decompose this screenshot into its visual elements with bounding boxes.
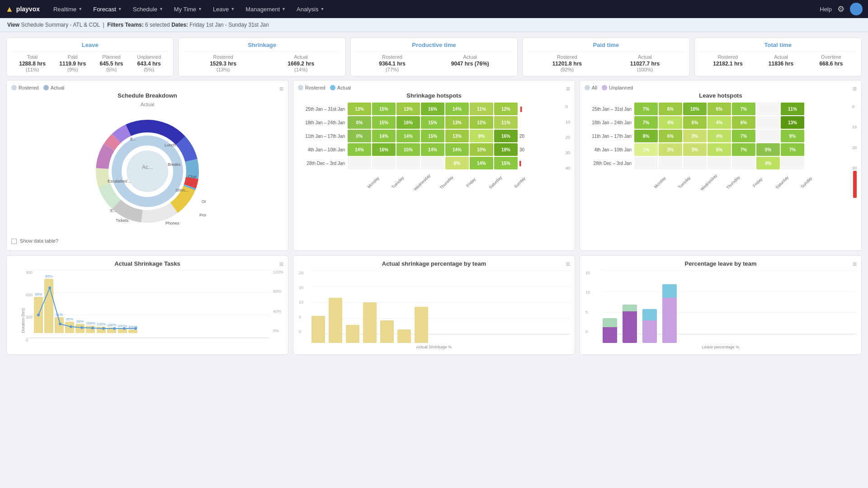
right-axis-pct: 120% 80% 40% 0% [273,270,283,333]
heatmap-row-2: 11th Jan – 17th Jan 0% 14% 14% 15% 13% 9… [298,130,563,142]
nav-mytime[interactable]: My Time ▼ [170,0,207,18]
nav-left: ▲ playvox Realtime ▼ Forecast ▼ Schedule… [5,0,329,18]
leave-planned: Planned 645.5 hrs (5%) [99,54,123,72]
leave-hotspots-card: All Unplanned ≡ Leave hotspots 25th Jan … [580,80,862,251]
svg-text:Breaks: Breaks [168,162,181,167]
leave-hotspots-menu[interactable]: ≡ [853,85,857,93]
leave-team-yaxis: 15 10 5 0 [585,271,590,334]
svg-text:On Queue: On Queue [202,199,206,204]
data-table-checkbox[interactable] [11,239,17,244]
heatmap-row-3: 4th Jan – 10th Jan 14% 16% 15% 14% 14% 1… [298,143,563,156]
shrinkage-hotspots-menu[interactable]: ≡ [566,85,570,93]
logo-text: playvox [16,5,40,13]
paidtime-rostered: Rostered 11201.8 hrs (92%) [552,54,582,72]
shrinkage-heatmap: 25th Jan – 31st Jan 13% 15% 13% 16% 14% … [298,103,570,189]
svg-point-12 [127,150,168,192]
leave-red-bar [853,171,857,198]
shrinkage-actual: Actual 1669.2 hrs (14%) [288,54,314,72]
nav-avatar[interactable] [850,3,863,15]
leave-heatmap-row-0: 25th Jan – 31st Jan 7% 6% 10% 6% 7% 11% [585,103,849,115]
shrinkage-team-bars [311,280,570,343]
nav-leave[interactable]: Leave ▼ [208,0,239,18]
leave-heatmap-day-labels: Monday Tuesday Wednesday Thursday Friday… [637,171,849,189]
leave-heatmap-row-3: 4th Jan – 10th Jan 1% 3% 3% 5% 7% 0% 7% [585,143,849,156]
svg-point-27 [48,286,51,289]
leave-card: Leave Total 1288.8 hrs (11%) Paid 1119.9… [6,38,174,76]
leave-hotspots-title: Leave hotspots [585,92,857,99]
bottom-charts: ≡ Actual Shrinkage Tasks Duration (hrs) … [0,255,868,361]
leave-paid: Paid 1119.9 hrs (9%) [59,54,86,72]
leave-title: Leave [12,42,168,52]
totaltime-rostered: Rostered 12182.1 hrs [713,54,742,67]
totaltime-actual: Actual 11836 hrs [769,54,793,67]
svg-text:E...: E... [110,208,117,213]
svg-text:Chat: Chat [188,174,197,179]
view-value: Schedule Summary - ATL & COL | [21,22,107,28]
svg-text:Lunch: Lunch [165,143,176,147]
shrinkage-rostered-legend[interactable]: Rostered [298,85,326,90]
svg-text:Escalation/...: Escalation/... [108,179,131,183]
analysis-arrow: ▼ [320,7,324,11]
shrinkage-team-menu[interactable]: ≡ [566,260,570,268]
paidtime-title: Paid time [528,42,684,52]
actual-legend[interactable]: Actual [43,85,65,90]
leave-unplanned-legend[interactable]: Unplanned [602,85,633,90]
leave-heatmap-row-1: 18th Jan – 24th Jan 7% 4% 6% 4% 6% 13% [585,116,849,129]
svg-text:E...: E... [130,137,137,141]
svg-text:Ac...: Ac... [142,164,153,170]
schedule-breakdown-card: Rostered Actual ≡ Schedule Breakdown Act… [6,80,288,251]
totaltime-cols: Rostered 12182.1 hrs Actual 11836 hrs Ov… [700,54,856,67]
svg-point-30 [80,326,83,329]
nav-analysis[interactable]: Analysis ▼ [292,0,329,18]
leave-heatmap-row-2: 11th Jan – 17th Jan 8% 6% 3% 4% 7% 9% [585,130,849,142]
productive-cols: Rostered 9364.1 hrs (77%) Actual 9047 hr… [356,54,512,72]
nav-realtime[interactable]: Realtime ▼ [49,0,87,18]
productive-card: Productive time Rostered 9364.1 hrs (77%… [350,38,518,76]
heatmap-right-axis: 0 10 20 30 40 [563,103,570,170]
filter-bar: View Schedule Summary - ATL & COL | Filt… [0,18,868,32]
svg-point-33 [113,327,116,330]
heatmap-row-4: 28th Dec – 3rd Jan 6% 14% 15% ▌ [298,157,563,169]
settings-icon[interactable]: ⚙ [837,4,844,14]
nav-forecast[interactable]: Forecast ▼ [89,0,127,18]
mytime-arrow: ▼ [198,7,202,11]
productive-actual: Actual 9047 hrs (76%) [451,54,489,72]
leave-all-legend[interactable]: All [585,85,597,90]
y-axis-label: Duration (hrs) [21,308,25,333]
leave-by-team-card: ≡ Percentage leave by team 15 10 5 0 [580,255,862,355]
nav-management[interactable]: Management ▼ [241,0,290,18]
shrinkage-tasks-menu[interactable]: ≡ [279,260,283,268]
productive-rostered: Rostered 9364.1 hrs (77%) [379,54,406,72]
svg-point-34 [123,327,126,330]
paidtime-actual: Actual 11027.7 hrs (100%) [630,54,660,72]
svg-text:Shrin...: Shrin... [175,188,189,192]
shrinkage-line [34,270,160,333]
totaltime-card: Total time Rostered 12182.1 hrs Actual 1… [694,38,862,76]
nav-schedule[interactable]: Schedule ▼ [128,0,168,18]
svg-point-28 [59,323,61,325]
leave-total: Total 1288.8 hrs (11%) [19,54,46,72]
shrinkage-hotspots-title: Shrinkage hotspots [298,92,570,99]
rostered-legend[interactable]: Rostered [11,85,39,90]
teams-label: Teams: 6 selected [125,22,172,28]
leave-unplanned: Unplanned 643.4 hrs (5%) [137,54,161,72]
nav-help[interactable]: Help [820,6,832,13]
shrinkage-card: Shrinkage Rostered 1529.3 hrs (13%) Actu… [178,38,345,76]
schedule-arrow: ▼ [159,7,163,11]
productive-title: Productive time [356,42,512,52]
shrinkage-tasks-title: Actual Shrinkage Tasks [11,260,283,267]
summary-cards: Leave Total 1288.8 hrs (11%) Paid 1119.9… [0,32,868,80]
svg-point-32 [102,327,105,330]
shrinkage-team-yaxis: 20 15 10 5 0 [299,271,303,334]
leave-team-menu[interactable]: ≡ [853,260,857,268]
show-data-table: Show data table? [11,236,283,246]
chart-grid-row1: Rostered Actual ≡ Schedule Breakdown Act… [0,80,868,255]
shrinkage-actual-legend[interactable]: Actual [330,85,351,90]
schedule-breakdown-menu[interactable]: ≡ [279,85,283,93]
schedule-donut-svg: Ac... Lunch Breaks Chat Shrin... E... Es… [89,113,206,230]
shrinkage-title: Shrinkage [184,42,340,52]
shrinkage-hotspots-card: Rostered Actual ≡ Shrinkage hotspots 25t… [293,80,575,251]
actual-shrinkage-tasks-card: ≡ Actual Shrinkage Tasks Duration (hrs) … [6,255,288,355]
schedule-breakdown-title: Schedule Breakdown [11,92,283,99]
nav-logo[interactable]: ▲ playvox [5,5,40,14]
